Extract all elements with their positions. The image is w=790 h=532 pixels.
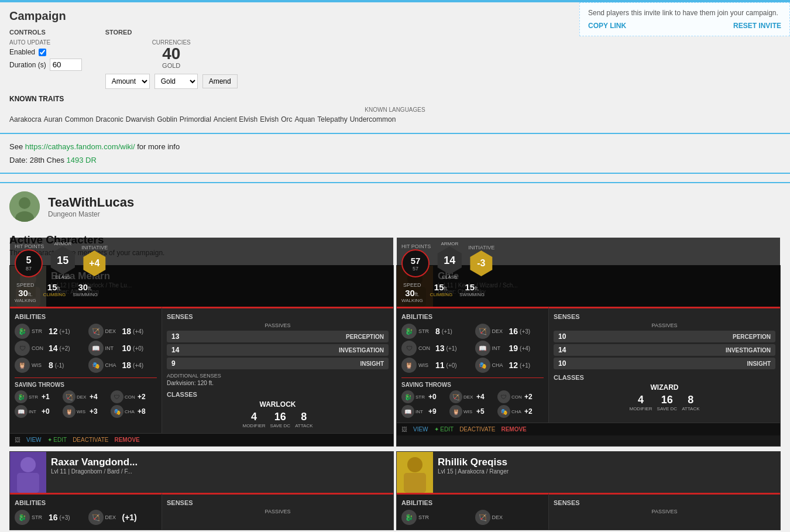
characters-row-2: Raxar Vangdond... Lvl 11 | Dragonborn / … — [9, 451, 781, 530]
svg-point-11 — [20, 457, 36, 472]
lang-orc: Orc — [281, 115, 292, 123]
raxar-portrait — [10, 452, 46, 493]
svg-point-1 — [19, 197, 30, 209]
rhillik-header: Rhillik Qreqiss Lvl 15 | Aarakocra / Ran… — [397, 452, 780, 493]
auto-update-label: AUTO UPDATE — [9, 39, 82, 46]
invite-panel: Send players this invite link to have th… — [579, 2, 790, 36]
briza-edit-btn[interactable]: ✦ EDIT — [47, 437, 67, 443]
char-card-rhillik: Rhillik Qreqiss Lvl 15 | Aarakocra / Ran… — [396, 451, 781, 530]
known-languages-label: KNOWN LANGUAGES — [9, 107, 781, 113]
info-link-row: See https://cathays.fandom.com/wiki/ for… — [9, 142, 781, 151]
languages-list: Aarakocra Auran Common Draconic Dwarvish… — [9, 115, 781, 123]
rhillik-info: Rhillik Qreqiss Lvl 15 | Aarakocra / Ran… — [433, 452, 780, 493]
briza-view-btn[interactable]: VIEW — [26, 437, 42, 443]
che-body: ABILITIES 🐉 STR 8 (+1) 🏹 DEX 16 (+3) — [397, 307, 780, 423]
dm-section: TeaWithLucas Dungeon Master — [0, 183, 790, 228]
rhillik-senses-panel: SENSES PASSIVES — [549, 493, 780, 530]
lang-aarakocra: Aarakocra — [9, 115, 42, 123]
briza-speed: SPEED 30ft. WALKING 15ft. CLIMBING 30ft.… — [15, 282, 389, 303]
info-prefix: See — [9, 142, 25, 151]
lang-draconic: Draconic — [95, 115, 123, 123]
rhillik-portrait — [397, 452, 433, 493]
lang-aquan: Aquan — [295, 115, 315, 123]
raxar-header: Raxar Vangdond... Lvl 11 | Dragonborn / … — [10, 452, 393, 493]
reset-invite-button[interactable]: RESET INVITE — [733, 22, 781, 30]
briza-senses-panel: SENSES PASSIVES 13 PERCEPTION 14 INVESTI… — [162, 307, 393, 433]
date-label: Date: 28th Ches — [9, 156, 67, 164]
briza-hp-max: 87 — [26, 266, 32, 272]
lang-dwarvish: Dwarvish — [126, 115, 154, 123]
che-abilities-panel: ABILITIES 🐉 STR 8 (+1) 🏹 DEX 16 (+3) — [397, 307, 549, 423]
raxar-sub: Lvl 11 | Dragonborn / Bard / F... — [51, 468, 389, 475]
raxar-name: Raxar Vangdond... — [51, 457, 389, 468]
duration-input[interactable] — [50, 59, 82, 71]
che-speed: SPEED 30ft. WALKING 15ft. CLIMBING 15ft.… — [401, 282, 775, 303]
briza-actions: 🖼 VIEW ✦ EDIT DEACTIVATE REMOVE — [10, 433, 393, 446]
lang-goblin: Goblin — [157, 115, 177, 123]
briza-header: Briza Melarn Lvl 12 | Elf / Warlock / Th… — [10, 266, 393, 307]
dm-avatar-image — [9, 191, 40, 222]
invite-actions: COPY LINK RESET INVITE — [588, 22, 781, 30]
briza-armor-block: ARMOR 15 CLASS — [49, 241, 77, 280]
copy-link-button[interactable]: COPY LINK — [588, 22, 626, 30]
dm-avatar — [9, 191, 40, 222]
controls-label: CONTROLS — [9, 29, 82, 36]
briza-armor: 15 — [57, 255, 68, 267]
lang-ancient-elvish: Ancient Elvish — [214, 115, 257, 123]
lang-undercommon: Undercommon — [350, 115, 396, 123]
rhillik-abilities-panel: ABILITIES 🐉 STR 🏹 DEX — [397, 493, 549, 530]
lang-common: Common — [65, 115, 94, 123]
currencies-unit: GOLD — [105, 62, 238, 69]
enabled-row: Enabled — [9, 48, 82, 56]
date-row: Date: 28th Ches 1493 DR — [9, 156, 781, 164]
amount-select[interactable]: Amount — [105, 74, 150, 89]
char-card-briza: Briza Melarn Lvl 12 | Elf / Warlock / Th… — [9, 265, 394, 447]
dm-role: Dungeon Master — [48, 210, 134, 218]
che-remove-btn[interactable]: REMOVE — [501, 426, 526, 433]
che-deactivate-btn[interactable]: DEACTIVATE — [459, 426, 495, 433]
dm-name: TeaWithLucas — [48, 195, 134, 210]
raxar-info: Raxar Vangdond... Lvl 11 | Dragonborn / … — [46, 452, 393, 493]
rhillik-name: Rhillik Qreqiss — [438, 457, 775, 468]
info-link[interactable]: https://cathays.fandom.com/wiki/ — [25, 142, 135, 151]
stored-label: STORED — [105, 29, 238, 36]
che-actions: 🖼 VIEW ✦ EDIT DEACTIVATE REMOVE — [397, 423, 780, 435]
stored-block: STORED CURRENCIES 40 GOLD Amount Gold Si… — [105, 29, 238, 89]
svg-point-14 — [407, 457, 423, 472]
auto-update-checkbox[interactable] — [39, 49, 46, 56]
svg-rect-15 — [404, 473, 426, 493]
che-edit-btn[interactable]: ✦ EDIT — [434, 426, 454, 433]
date-year: 1493 DR — [67, 156, 97, 164]
amount-row: Amount Gold Silver Copper Amend — [105, 74, 238, 89]
lang-elvish: Elvish — [260, 115, 279, 123]
duration-label: Duration (s) — [9, 61, 46, 69]
known-traits-label: KNOWN TRAITS — [9, 95, 781, 103]
briza-deactivate-btn[interactable]: DEACTIVATE — [73, 437, 108, 443]
invite-text: Send players this invite link to have th… — [588, 9, 781, 17]
che-hp-block: HIT POINTS 57 57 — [401, 243, 431, 277]
known-traits: KNOWN TRAITS KNOWN LANGUAGES Aarakocra A… — [9, 95, 781, 123]
briza-body: ABILITIES 🐉 STR 12 (+1) 🏹 DEX 18 (+4 — [10, 307, 393, 433]
che-armor-block: ARMOR 14 CLASS — [435, 241, 463, 280]
active-characters-section: Active Characters These characters are m… — [0, 228, 790, 532]
enabled-label: Enabled — [9, 48, 35, 56]
gold-select[interactable]: Gold Silver Copper — [154, 74, 198, 89]
briza-hp-block: HIT POINTS 5 87 — [15, 243, 44, 277]
briza-remove-btn[interactable]: REMOVE — [114, 437, 139, 443]
che-senses-panel: SENSES PASSIVES 10 PERCEPTION 14 INVESTI… — [549, 307, 780, 423]
raxar-body: ABILITIES 🐉 STR 16 (+3) 🏹 DEX (+1) — [10, 493, 393, 530]
che-header: Ch'e Lvl 11 | Kenku / Wizard / Sch... Pl… — [397, 266, 780, 307]
campaign-section: Campaign CONTROLS AUTO UPDATE Enabled Du… — [0, 2, 790, 134]
info-section: See https://cathays.fandom.com/wiki/ for… — [0, 134, 790, 174]
briza-hp: 5 — [26, 255, 32, 266]
dm-info: TeaWithLucas Dungeon Master — [48, 195, 134, 218]
controls-stored-row: CONTROLS AUTO UPDATE Enabled Duration (s… — [9, 29, 781, 89]
che-view-btn[interactable]: VIEW — [413, 426, 428, 433]
char-card-raxar: Raxar Vangdond... Lvl 11 | Dragonborn / … — [9, 451, 394, 530]
currencies-value: 40 — [105, 46, 238, 62]
amend-button[interactable]: Amend — [202, 74, 238, 88]
rhillik-body: ABILITIES 🐉 STR 🏹 DEX SENSES P — [397, 493, 780, 530]
che-initiative-block: INITIATIVE -3 — [468, 245, 494, 276]
briza-stats-bar: HIT POINTS 5 87 ARMOR 15 CLASS — [10, 238, 393, 307]
briza-initiative: +4 — [89, 258, 99, 269]
